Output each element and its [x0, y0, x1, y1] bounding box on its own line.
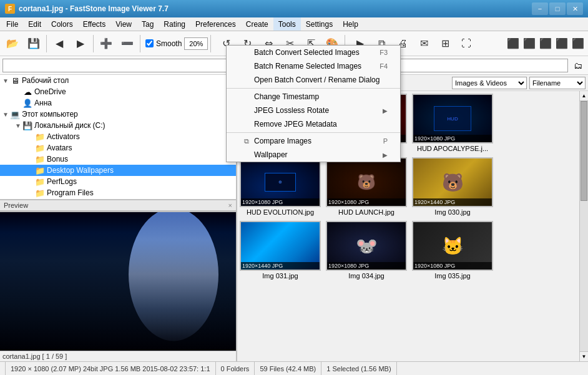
filter-select[interactable]: Images & Videos Images Videos	[452, 77, 527, 89]
status-image-info: 1920 × 1080 (2.07 MP) 24bit JPG 1.56 MB …	[5, 362, 216, 375]
thumb-img-img034[interactable]: 🐭 1920×1080 JPG	[326, 221, 407, 271]
path-browse-button[interactable]: 🗂	[571, 58, 586, 73]
tree-item-drive-c[interactable]: ▼ 💾 Локальный диск (C:)	[0, 120, 236, 131]
tree-item-perflogs[interactable]: 📁 PerfLogs	[0, 176, 236, 187]
thumb-info-hud-evolution: 1920×1080 JPG	[241, 198, 320, 206]
menu-tools[interactable]: Tools	[273, 17, 301, 31]
tools-dropdown-menu: Batch Convert Selected Images F3 Batch R…	[226, 45, 401, 162]
toolbar-separator-1	[46, 35, 47, 52]
toolbar-separator-2	[93, 35, 94, 52]
scroll-down-btn[interactable]: ▼	[580, 351, 588, 361]
zoom-out-button[interactable]: ➖	[117, 34, 137, 54]
menu-edit[interactable]: Edit	[23, 17, 46, 31]
tb-right-2[interactable]: ⬛	[522, 34, 537, 54]
folder-icon: 📁	[35, 143, 45, 153]
menu-view[interactable]: View	[110, 17, 137, 31]
tree-item-program-files[interactable]: 📁 Program Files	[0, 187, 236, 198]
maximize-button[interactable]: □	[549, 2, 566, 15]
menu-effects[interactable]: Effects	[78, 17, 110, 31]
scroll-up-btn[interactable]: ▲	[580, 91, 588, 101]
menu-tag[interactable]: Tag	[137, 17, 159, 31]
scroll-thumb[interactable]	[581, 101, 587, 201]
menu-create[interactable]: Create	[241, 17, 273, 31]
menu-preferences[interactable]: Preferences	[190, 17, 241, 31]
thumb-img-hud-launch[interactable]: 🐻 1920×1080 JPG	[326, 157, 407, 207]
minimize-button[interactable]: −	[532, 2, 548, 15]
thumb-img-img030[interactable]: 🐻 1920×1440 JPG	[412, 157, 493, 207]
thumbview-button[interactable]: ⊞	[435, 34, 455, 54]
preview-label: Preview	[4, 202, 28, 209]
thumb-img035[interactable]: 🐱 1920×1080 JPG Img 035.jpg	[412, 221, 493, 280]
menu-settings[interactable]: Settings	[301, 17, 338, 31]
fullscreen-button[interactable]: ⛶	[456, 34, 476, 54]
save-button[interactable]: 💾	[24, 34, 44, 54]
thumb-name-img031: Img 031.jpg	[240, 272, 321, 280]
thumb-info-img031: 1920×1440 JPG	[241, 262, 320, 270]
dd-change-timestamp[interactable]: Change Timestamp	[227, 90, 400, 104]
thumb-info-hud-launch: 1920×1080 JPG	[327, 198, 406, 206]
dd-batch-convert[interactable]: Batch Convert Selected Images F3	[227, 46, 400, 59]
zoom-in-button[interactable]: ➕	[96, 34, 116, 54]
onedrive-icon: ☁	[22, 87, 32, 97]
tree-item-avatars[interactable]: 📁 Avatars	[0, 142, 236, 153]
menu-file[interactable]: File	[1, 17, 23, 31]
thumb-img030[interactable]: 🐻 1920×1440 JPG Img 030.jpg	[412, 157, 493, 216]
menu-colors[interactable]: Colors	[46, 17, 78, 31]
next-button[interactable]: ▶	[71, 34, 91, 54]
dd-open-batch-dialog[interactable]: Open Batch Convert / Rename Dialog	[227, 73, 400, 87]
thumb-img034[interactable]: 🐭 1920×1080 JPG Img 034.jpg	[326, 221, 407, 280]
prev-button[interactable]: ◀	[49, 34, 69, 54]
dd-remove-jpeg-meta[interactable]: Remove JPEG Metadata	[227, 117, 400, 131]
zoom-input[interactable]	[184, 37, 208, 50]
desktop-icon: 🖥	[10, 75, 20, 85]
tree-item-anna[interactable]: 👤 Анна	[0, 97, 236, 109]
close-button[interactable]: ✕	[567, 2, 583, 15]
dd-batch-rename[interactable]: Batch Rename Selected Images F4	[227, 59, 400, 73]
tree-item-bonus[interactable]: 📁 Bonus	[0, 153, 236, 165]
thumb-img-hud-evolution[interactable]: ⊕ 1920×1080 JPG	[240, 157, 321, 207]
menu-bar: File Edit Colors Effects View Tag Rating…	[0, 17, 588, 31]
tree-item-computer[interactable]: ▼ 💻 Этот компьютер	[0, 109, 236, 120]
smooth-checkbox[interactable]	[145, 39, 154, 47]
thumb-img-hud-apocalypse[interactable]: HUD 1920×1080 JPG	[412, 94, 493, 144]
tree-item-desktop[interactable]: ▼ 🖥 Рабочий стол	[0, 75, 236, 86]
menu-rating[interactable]: Rating	[159, 17, 190, 31]
thumb-name-img035: Img 035.jpg	[412, 272, 493, 280]
wallpaper-arrow-icon: ▶	[383, 152, 388, 158]
open-button[interactable]: 📂	[2, 34, 22, 54]
status-selected: 1 Selected (1.56 MB)	[321, 362, 396, 375]
thumb-scrollbar[interactable]: ▲ ▼	[579, 91, 588, 361]
thumb-hud-apocalypse[interactable]: HUD 1920×1080 JPG HUD APOCALYPSE.j...	[412, 94, 493, 152]
arrow-icon: ▶	[383, 107, 388, 114]
preview-filename: cortana1.jpg [ 1 / 59 ]	[0, 351, 236, 361]
tree-item-activators[interactable]: 📁 Activators	[0, 131, 236, 142]
tb-right-5[interactable]: ⬛	[571, 34, 586, 54]
file-tree: ▼ 🖥 Рабочий стол ☁ OneDrive 👤 Анна ▼ 💻 Э…	[0, 75, 236, 199]
dd-sep-1	[227, 88, 400, 89]
tree-item-desktop-wallpapers[interactable]: 📁 Desktop Wallpapers	[0, 165, 236, 176]
status-files: 59 Files (42.4 MB)	[255, 362, 321, 375]
folder-icon: 📁	[35, 188, 45, 198]
status-folders: 0 Folders	[216, 362, 255, 375]
dd-jpeg-lossless[interactable]: JPEG Lossless Rotate ▶	[227, 104, 400, 117]
sort-select[interactable]: Filename Date Modified File Size	[529, 77, 586, 89]
preview-image-area	[0, 211, 236, 351]
tb-right-1[interactable]: ⬛	[506, 34, 521, 54]
folder-selected-icon: 📁	[35, 165, 45, 175]
menu-help[interactable]: Help	[338, 17, 363, 31]
preview-toggle[interactable]: ×	[228, 202, 232, 209]
smooth-area: Smooth	[145, 37, 208, 50]
thumb-img-img031[interactable]: 1920×1440 JPG	[240, 221, 321, 271]
thumb-img031[interactable]: 1920×1440 JPG Img 031.jpg	[240, 221, 321, 280]
preview-image	[0, 212, 236, 351]
toolbar-separator-4	[210, 35, 211, 52]
dd-compare-images[interactable]: ⧉ Compare Images P	[227, 134, 400, 148]
thumb-img-img035[interactable]: 🐱 1920×1080 JPG	[412, 221, 493, 271]
thumb-hud-launch[interactable]: 🐻 1920×1080 JPG HUD LAUNCH.jpg	[326, 157, 407, 216]
thumb-hud-evolution[interactable]: ⊕ 1920×1080 JPG HUD EVOLUTION.jpg	[240, 157, 321, 216]
email-button[interactable]: ✉	[414, 34, 434, 54]
tb-right-4[interactable]: ⬛	[554, 34, 569, 54]
dd-wallpaper[interactable]: Wallpaper ▶	[227, 148, 400, 162]
tb-right-3[interactable]: ⬛	[538, 34, 553, 54]
tree-item-onedrive[interactable]: ☁ OneDrive	[0, 86, 236, 97]
